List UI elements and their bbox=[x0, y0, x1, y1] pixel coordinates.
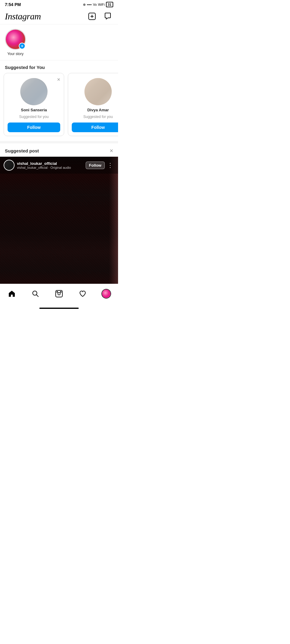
search-nav-button[interactable] bbox=[29, 287, 42, 300]
status-icons: ⊕ ▪▪▪▪ Vo WiFi 31 bbox=[83, 2, 113, 7]
instagram-logo: Instagram bbox=[5, 11, 41, 21]
messages-button[interactable] bbox=[102, 11, 113, 22]
vo-label: Vo bbox=[93, 3, 97, 6]
bluetooth-icon: ⊕ bbox=[83, 3, 86, 7]
home-nav-button[interactable] bbox=[5, 287, 18, 300]
svg-point-7 bbox=[57, 292, 58, 293]
post-menu-button[interactable]: ⋮ bbox=[106, 162, 114, 169]
suggested-card-1: × Soni Sanseria Suggested for you Follow bbox=[4, 73, 64, 136]
profile-nav-button[interactable] bbox=[100, 287, 113, 300]
post-image bbox=[0, 157, 118, 284]
suggested-post-close-button[interactable]: × bbox=[110, 148, 113, 154]
status-time: 7:54 PM bbox=[5, 2, 21, 7]
card-1-sub: Suggested for you bbox=[19, 115, 48, 119]
card-2-follow-button[interactable]: Follow bbox=[72, 123, 118, 132]
post-top-bar: vishal_loukar_official vishal_loukar_off… bbox=[0, 157, 118, 174]
svg-point-8 bbox=[61, 292, 61, 293]
suggested-card-2: × Divya Amar Suggested for you Follow bbox=[68, 73, 118, 136]
your-story-label: Your story bbox=[7, 52, 24, 56]
bottom-nav bbox=[0, 284, 118, 306]
post-user-info: vishal_loukar_official vishal_loukar_off… bbox=[17, 161, 86, 169]
post-avatar bbox=[4, 160, 15, 171]
reels-nav-button[interactable] bbox=[52, 287, 66, 300]
battery-icon: 31 bbox=[106, 2, 113, 7]
card-2-avatar bbox=[84, 78, 112, 105]
signal-icon: ▪▪▪▪ bbox=[87, 3, 92, 6]
suggested-scroll: × Soni Sanseria Suggested for you Follow… bbox=[0, 73, 118, 141]
post-audio: vishal_loukar_official · Original audio bbox=[17, 166, 86, 169]
card-2-sub: Suggested for you bbox=[83, 115, 113, 119]
top-nav: Instagram bbox=[0, 8, 118, 25]
suggested-section-header: Suggested for You bbox=[0, 60, 118, 73]
card-1-avatar bbox=[20, 78, 48, 105]
svg-point-6 bbox=[58, 293, 60, 295]
svg-line-4 bbox=[37, 295, 39, 297]
card-2-name: Divya Amar bbox=[87, 108, 109, 112]
card-1-name: Soni Sanseria bbox=[21, 108, 47, 112]
stories-row: + Your story bbox=[0, 25, 118, 60]
your-story-avatar-wrap: + bbox=[5, 29, 26, 50]
suggested-post-header: Suggested post × bbox=[0, 141, 118, 157]
your-story-item[interactable]: + Your story bbox=[5, 29, 26, 56]
home-indicator bbox=[39, 308, 79, 309]
wifi-icon: WiFi bbox=[98, 3, 105, 6]
card-1-follow-button[interactable]: Follow bbox=[8, 123, 60, 132]
post-follow-button[interactable]: Follow bbox=[86, 162, 105, 169]
nav-icons bbox=[87, 11, 113, 22]
add-post-button[interactable] bbox=[87, 11, 97, 22]
post-username: vishal_loukar_official bbox=[17, 161, 86, 166]
card-1-close-button[interactable]: × bbox=[56, 76, 61, 83]
activity-nav-button[interactable] bbox=[76, 287, 89, 300]
svg-point-3 bbox=[33, 291, 37, 295]
profile-avatar bbox=[101, 289, 111, 299]
card-2-avatar-image bbox=[84, 78, 112, 105]
suggested-post-title: Suggested post bbox=[5, 148, 39, 153]
status-bar: 7:54 PM ⊕ ▪▪▪▪ Vo WiFi 31 bbox=[0, 0, 118, 8]
post-container: vishal_loukar_official vishal_loukar_off… bbox=[0, 157, 118, 284]
story-add-button[interactable]: + bbox=[19, 43, 25, 49]
card-1-avatar-image bbox=[20, 78, 48, 105]
